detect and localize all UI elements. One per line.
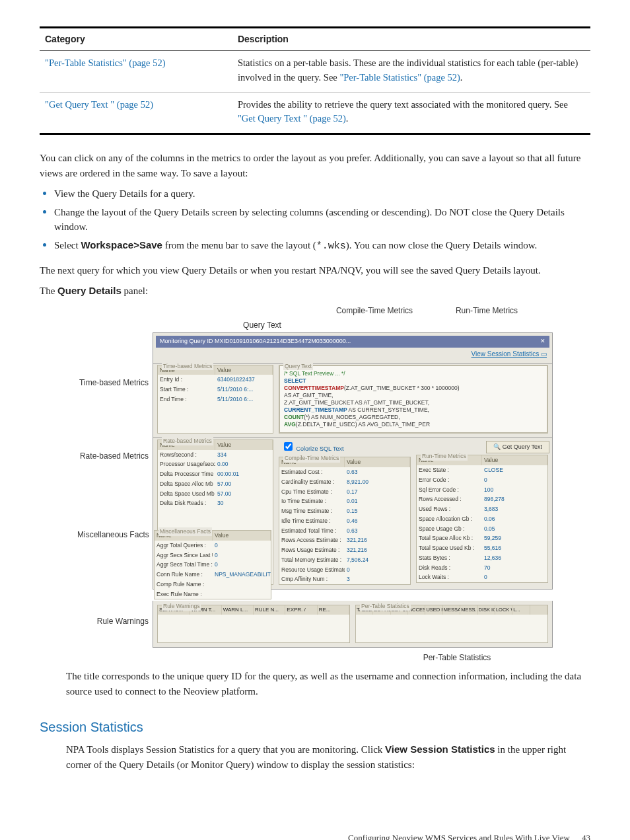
close-icon[interactable]: ✕ — [540, 337, 545, 346]
get-query-text-button[interactable]: 🔍 Get Query Text — [486, 441, 549, 454]
category-table: Category Description "Per-Table Statisti… — [40, 26, 590, 135]
list-item: View the Query Details for a query. — [54, 186, 590, 202]
desc-link[interactable]: "Get Query Text " (page 52) — [238, 113, 346, 124]
misc-facts-panel: Miscellaneous Facts NameValue Aggr Total… — [154, 530, 271, 599]
table-row: "Per-Table Statistics" (page 52) Statist… — [40, 51, 590, 93]
time-based-panel: Time-based Metrics NameValue Entry Id :6… — [157, 365, 273, 434]
file-ext: *.wks — [316, 241, 346, 252]
cat-link[interactable]: "Per-Table Statistics" (page 52) — [45, 57, 165, 68]
th-description: Description — [232, 28, 590, 51]
callout-per-table: Per-Table Statistics — [423, 652, 491, 664]
side-label-misc-facts: Miscellaneous Facts — [77, 529, 150, 601]
section-heading: Session Statistics — [40, 717, 590, 737]
side-label-rule-warnings: Rule Warnings — [77, 601, 150, 648]
page-footer: Configuring Neoview WMS Services and Rul… — [40, 831, 590, 840]
query-details-panel: Monitoring Query ID MXID0109101060A21214… — [153, 332, 553, 363]
maximize-icon[interactable]: ▭ — [541, 350, 547, 358]
th-category: Category — [40, 28, 232, 51]
colorize-checkbox[interactable] — [284, 442, 293, 451]
side-label-time-based: Time-based Metrics — [77, 363, 150, 438]
list-item: Change the layout of the Query Details s… — [54, 204, 590, 235]
callout-compile-time: Compile-Time Metrics — [315, 305, 434, 317]
paragraph: The title corresponds to the unique quer… — [66, 669, 590, 699]
callout-run-time: Run-Time Metrics — [434, 305, 540, 317]
run-time-panel: Run-Time Metrics NameValue Exec State :C… — [416, 455, 548, 583]
query-details-figure: Compile-Time Metrics Run-Time Metrics Qu… — [40, 305, 590, 664]
rule-warnings-panel: Rule Warnings SERVIC... WARN T... WARN L… — [157, 605, 350, 643]
cat-link[interactable]: "Get Query Text " (page 52) — [45, 99, 153, 110]
query-text-panel: Query Text /* SQL Text Preview ... */ SE… — [279, 365, 548, 434]
window-title-bar: Monitoring Query ID MXID0109101060A21214… — [156, 336, 549, 348]
paragraph: NPA Tools displays Session Statistics fo… — [66, 742, 590, 772]
callout-query-text: Query Text — [209, 319, 315, 331]
footer-title: Configuring Neoview WMS Services and Rul… — [348, 831, 570, 840]
desc-link[interactable]: "Per-Table Statistics" (page 52) — [339, 72, 460, 83]
paragraph: The Query Details panel: — [40, 284, 590, 299]
list-item: Select Workspace>Save from the menu bar … — [54, 237, 590, 254]
table-row: "Get Query Text " (page 52) Provides the… — [40, 92, 590, 134]
per-table-stats-panel: Per-Table Statistics TABLE... EST AC... … — [355, 605, 548, 643]
menu-path: Workspace>Save — [81, 239, 162, 250]
page-number: 43 — [582, 831, 590, 840]
steps-list: View the Query Details for a query. Chan… — [54, 186, 590, 254]
desc-text: Provides the ability to retrieve the que… — [238, 99, 568, 110]
paragraph: The next query for which you view Query … — [40, 263, 590, 278]
compile-time-panel: Compile-Time Metrics NameValue Estimated… — [279, 457, 411, 585]
intro-paragraph: You can click on any of the columns in t… — [40, 151, 590, 180]
view-session-stats-link[interactable]: View Session Statistics — [472, 350, 540, 358]
